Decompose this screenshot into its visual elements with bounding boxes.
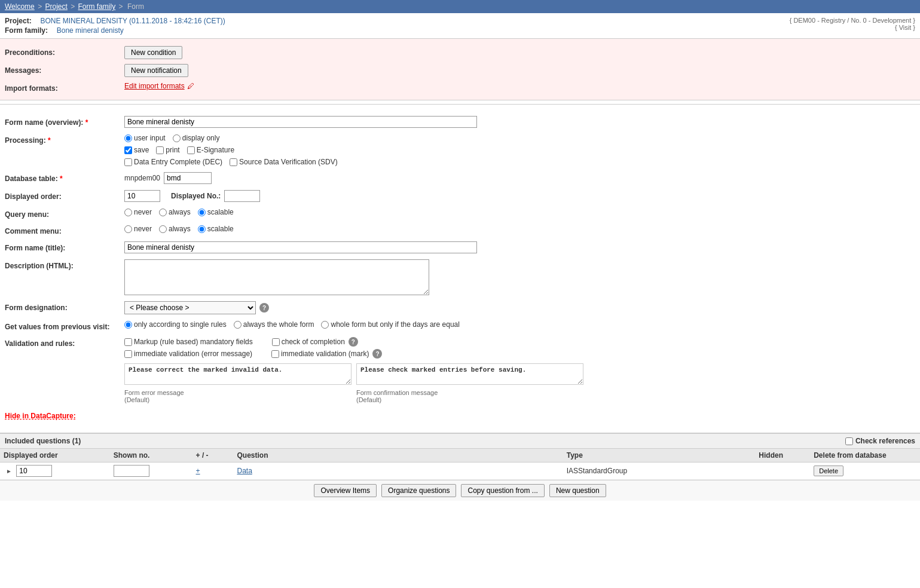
- context-visit: { Visit }: [790, 24, 915, 31]
- processing-user-input-radio[interactable]: [124, 134, 132, 142]
- header-left: Project: BONE MINERAL DENSITY (01.11.201…: [5, 17, 225, 35]
- nav-sep2: >: [71, 2, 77, 11]
- displayed-order-input[interactable]: [124, 190, 160, 202]
- form-name-title-input[interactable]: [124, 241, 477, 253]
- processing-display-only-radio[interactable]: [173, 134, 181, 142]
- query-menu-scalable-label[interactable]: scalable: [198, 208, 234, 216]
- validation-check-completion-checkbox[interactable]: [272, 338, 280, 346]
- row-expand-button[interactable]: ►: [4, 468, 14, 474]
- query-menu-scalable-radio[interactable]: [198, 209, 206, 216]
- comment-menu-scalable-radio[interactable]: [198, 225, 206, 233]
- copy-question-from-button[interactable]: Copy question from ...: [461, 484, 544, 497]
- form-designation-select[interactable]: < Please choose >: [124, 301, 256, 314]
- hide-datacapture-label[interactable]: Hide in DataCapture:: [5, 412, 76, 420]
- displayed-no-input[interactable]: [224, 190, 260, 202]
- get-values-days-equal-radio[interactable]: [321, 321, 329, 329]
- processing-save-checkbox[interactable]: [124, 146, 132, 154]
- immediate-mark-help-icon[interactable]: ?: [372, 349, 382, 359]
- query-menu-never-label[interactable]: never: [124, 208, 152, 216]
- form-designation-help-icon[interactable]: ?: [259, 303, 269, 313]
- form-designation-field: < Please choose > ?: [124, 301, 915, 314]
- nav-form-family[interactable]: Form family: [78, 2, 116, 11]
- import-formats-label: Import formats:: [5, 82, 124, 93]
- organize-questions-button[interactable]: Organize questions: [381, 484, 456, 497]
- form-name-overview-row: Form name (overview): *: [5, 113, 915, 131]
- processing-print-label[interactable]: print: [156, 146, 179, 154]
- processing-dec-sdv-group: Data Entry Complete (DEC) Source Data Ve…: [124, 158, 338, 166]
- new-notification-button[interactable]: New notification: [124, 64, 188, 77]
- get-values-radio-group: only according to single rules always th…: [124, 320, 460, 329]
- processing-print-checkbox[interactable]: [156, 146, 164, 154]
- nav-form: Form: [127, 2, 144, 11]
- row-question-cell: Data: [233, 463, 563, 480]
- row-order-input[interactable]: [16, 465, 52, 477]
- row-delete-button[interactable]: Delete: [814, 466, 843, 476]
- validation-markup-label[interactable]: Markup (rule based) mandatory fields: [124, 337, 253, 347]
- check-completion-help-icon[interactable]: ?: [349, 337, 358, 347]
- get-values-label: Get values from previous visit:: [5, 320, 124, 331]
- form-family-value: Bone mineral denisty: [57, 26, 124, 35]
- nav-welcome[interactable]: Welcome: [5, 2, 35, 11]
- edit-import-formats-link[interactable]: Edit import formats: [124, 82, 185, 90]
- new-question-button[interactable]: New question: [549, 484, 606, 497]
- validation-messages-area: Please correct the marked invalid data. …: [124, 363, 583, 403]
- processing-esignature-checkbox[interactable]: [187, 146, 195, 154]
- processing-dec-label[interactable]: Data Entry Complete (DEC): [124, 158, 222, 166]
- form-name-overview-input[interactable]: [124, 116, 477, 128]
- database-table-input[interactable]: [164, 172, 212, 184]
- processing-sdv-label[interactable]: Source Data Verification (SDV): [230, 158, 338, 166]
- processing-esignature-label[interactable]: E-Signature: [187, 146, 234, 154]
- get-values-whole-form-radio[interactable]: [234, 321, 242, 329]
- comment-menu-always-radio[interactable]: [159, 225, 167, 233]
- get-values-whole-form-label[interactable]: always the whole form: [234, 320, 314, 329]
- row-order-cell: ►: [0, 463, 110, 480]
- get-values-single-rules-label[interactable]: only according to single rules: [124, 320, 227, 329]
- processing-label: Processing: *: [5, 134, 124, 145]
- query-menu-always-radio[interactable]: [159, 209, 167, 216]
- processing-user-input-label[interactable]: user input: [124, 134, 166, 142]
- processing-sdv-checkbox[interactable]: [230, 158, 237, 166]
- validation-immediate-label[interactable]: immediate validation (error message): [124, 349, 252, 359]
- comment-menu-scalable-label[interactable]: scalable: [198, 225, 234, 233]
- form-error-msg-textarea[interactable]: Please correct the marked invalid data.: [124, 363, 352, 385]
- processing-dec-checkbox[interactable]: [124, 158, 132, 166]
- validation-check-completion-label[interactable]: check of completion ?: [272, 337, 358, 347]
- comment-menu-never-label[interactable]: never: [124, 225, 152, 233]
- processing-field: user input display only save print: [124, 134, 915, 166]
- form-designation-row: Form designation: < Please choose > ?: [5, 298, 915, 317]
- comment-menu-always-label[interactable]: always: [159, 225, 191, 233]
- description-html-textarea[interactable]: [124, 259, 429, 295]
- check-references-checkbox[interactable]: [845, 437, 853, 445]
- overview-items-button[interactable]: Overview Items: [314, 484, 377, 497]
- processing-display-only-label[interactable]: display only: [173, 134, 220, 142]
- form-confirm-msg-textarea[interactable]: Please check marked entries before savin…: [356, 363, 583, 385]
- row-shown-no-input[interactable]: [114, 465, 149, 477]
- validation-immediate-mark-checkbox[interactable]: [271, 350, 279, 358]
- processing-row: Processing: * user input display only sa…: [5, 131, 915, 169]
- comment-menu-row: Comment menu: never always scalable: [5, 222, 915, 238]
- comment-menu-never-radio[interactable]: [124, 225, 132, 233]
- validation-immediate-mark-label[interactable]: immediate validation (mark) ?: [271, 349, 382, 359]
- query-menu-always-label[interactable]: always: [159, 208, 191, 216]
- nav-project[interactable]: Project: [45, 2, 67, 11]
- get-values-single-rules-radio[interactable]: [124, 321, 132, 329]
- displayed-order-field: Displayed No.:: [124, 190, 915, 202]
- comment-menu-radio-group: never always scalable: [124, 225, 234, 233]
- get-values-days-equal-label[interactable]: whole form but only if the days are equa…: [321, 320, 459, 329]
- check-references-label: Check references: [855, 437, 915, 445]
- displayed-order-label: Displayed order:: [5, 190, 124, 201]
- validation-markup-checkbox[interactable]: [124, 338, 132, 346]
- validation-immediate-checkbox[interactable]: [124, 350, 132, 358]
- row-plus-link[interactable]: +: [196, 467, 200, 475]
- questions-table: Displayed order Shown no. + / - Question…: [0, 449, 920, 480]
- col-type: Type: [563, 449, 756, 463]
- query-menu-never-radio[interactable]: [124, 209, 132, 216]
- header-right: { DEM00 - Registry / No. 0 - Development…: [790, 17, 915, 31]
- query-menu-row: Query menu: never always scalable: [5, 205, 915, 222]
- new-condition-button[interactable]: New condition: [124, 46, 182, 59]
- row-question-link[interactable]: Data: [237, 467, 252, 475]
- included-questions-title: Included questions (1): [5, 437, 81, 445]
- col-hidden: Hidden: [755, 449, 810, 463]
- check-references-area: Check references: [845, 437, 915, 445]
- processing-save-label[interactable]: save: [124, 146, 149, 154]
